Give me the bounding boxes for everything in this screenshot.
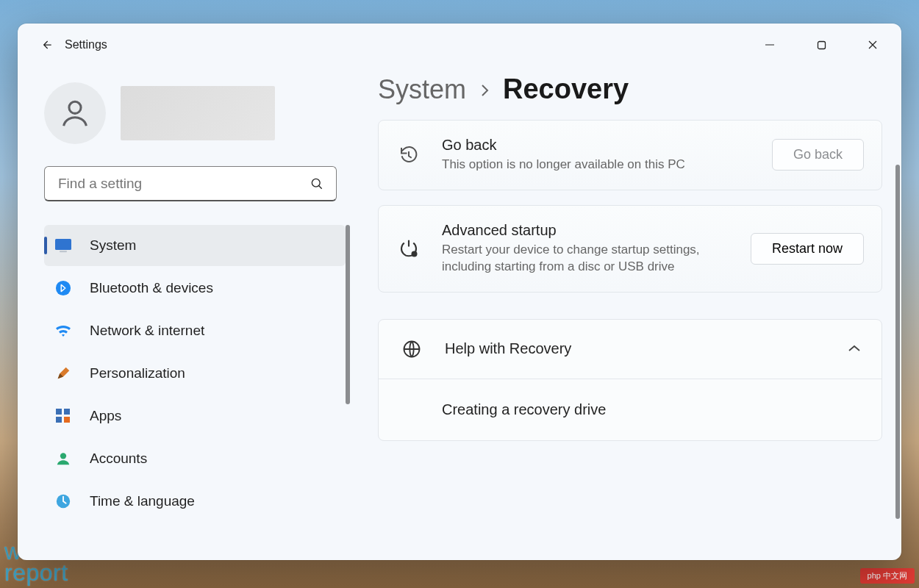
clock-globe-icon <box>54 492 72 510</box>
watermark-line: report <box>4 562 97 584</box>
apps-icon <box>54 407 72 425</box>
svg-rect-1 <box>818 41 825 49</box>
bluetooth-icon <box>54 279 72 297</box>
help-expander: Help with Recovery Creating a recovery d… <box>378 319 882 441</box>
advanced-desc: Restart your device to change startup se… <box>442 242 721 276</box>
goback-button: Go back <box>772 139 864 171</box>
nav-label: System <box>90 237 136 254</box>
goback-title: Go back <box>442 137 751 154</box>
paintbrush-icon <box>54 365 72 382</box>
svg-point-7 <box>56 281 71 295</box>
svg-rect-6 <box>60 251 67 252</box>
nav-label: Time & language <box>90 493 195 509</box>
nav-label: Accounts <box>90 451 147 467</box>
chevron-up-icon <box>848 343 861 356</box>
breadcrumb: System Recovery <box>378 74 882 105</box>
user-name-redacted <box>121 86 275 140</box>
nav-system[interactable]: System <box>44 225 346 266</box>
search-input[interactable] <box>57 175 310 193</box>
nav-list: System Bluetooth & devices Network & int… <box>44 225 346 522</box>
search-icon <box>310 176 324 191</box>
advanced-title: Advanced startup <box>442 222 730 239</box>
help-header[interactable]: Help with Recovery <box>379 320 882 379</box>
breadcrumb-parent[interactable]: System <box>378 74 466 105</box>
nav-label: Bluetooth & devices <box>90 280 213 296</box>
nav-apps[interactable]: Apps <box>44 395 346 437</box>
svg-rect-9 <box>64 409 70 415</box>
nav-personalization[interactable]: Personalization <box>44 353 346 394</box>
minimize-button[interactable] <box>744 24 795 66</box>
accounts-icon <box>54 450 72 467</box>
svg-point-12 <box>60 453 66 459</box>
content-scrollbar[interactable] <box>895 165 900 519</box>
svg-point-2 <box>69 101 81 113</box>
goback-card: Go back This option is no longer availab… <box>378 120 882 190</box>
wifi-icon <box>54 322 72 340</box>
sidebar: System Bluetooth & devices Network & int… <box>18 66 356 560</box>
svg-rect-11 <box>64 417 70 423</box>
goback-desc: This option is no longer available on th… <box>442 157 721 173</box>
svg-rect-8 <box>56 409 62 415</box>
maximize-icon <box>817 40 826 50</box>
person-icon <box>58 96 92 130</box>
minimize-icon <box>765 40 775 50</box>
nav-network[interactable]: Network & internet <box>44 310 346 351</box>
nav-time-language[interactable]: Time & language <box>44 481 346 522</box>
svg-point-3 <box>312 179 320 187</box>
close-button[interactable] <box>847 24 898 66</box>
back-button[interactable] <box>32 37 60 52</box>
nav-label: Network & internet <box>90 323 204 339</box>
chevron-right-icon <box>479 83 490 101</box>
restart-now-button[interactable]: Restart now <box>751 233 864 265</box>
search-box[interactable] <box>44 166 337 201</box>
advanced-startup-card: Advanced startup Restart your device to … <box>378 205 882 293</box>
window-controls <box>744 24 898 66</box>
history-icon <box>396 144 421 166</box>
close-icon <box>868 40 878 50</box>
help-link-recovery-drive[interactable]: Creating a recovery drive <box>379 379 882 440</box>
main-content: System Recovery Go back This option is n… <box>356 66 901 560</box>
nav-accounts[interactable]: Accounts <box>44 438 346 479</box>
user-profile[interactable] <box>44 82 346 144</box>
settings-window: Settings <box>18 24 901 560</box>
sidebar-scrollbar[interactable] <box>346 225 350 404</box>
nav-bluetooth[interactable]: Bluetooth & devices <box>44 268 346 309</box>
power-gear-icon <box>396 237 421 259</box>
nav-label: Personalization <box>90 365 185 381</box>
breadcrumb-current: Recovery <box>503 74 629 105</box>
help-title: Help with Recovery <box>445 340 827 357</box>
titlebar: Settings <box>18 24 901 66</box>
svg-rect-10 <box>56 417 62 423</box>
app-title: Settings <box>65 38 107 51</box>
desktop-wallpaper: windows report php 中文网 Settings <box>0 0 919 588</box>
avatar <box>44 82 106 144</box>
globe-icon <box>399 339 424 359</box>
back-arrow-icon <box>39 37 54 52</box>
svg-line-4 <box>319 185 322 188</box>
nav-label: Apps <box>90 408 121 424</box>
site-badge: php 中文网 <box>860 568 915 584</box>
svg-rect-5 <box>55 239 71 250</box>
maximize-button[interactable] <box>795 24 847 66</box>
display-icon <box>54 237 72 254</box>
